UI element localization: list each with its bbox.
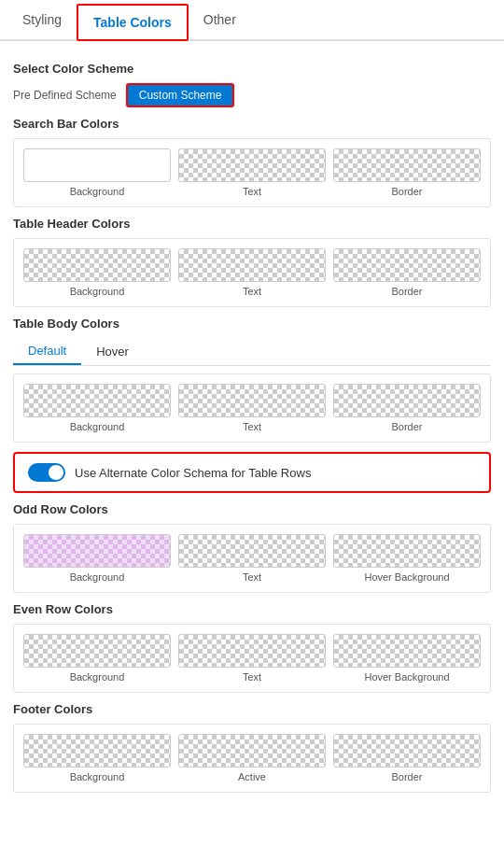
custom-scheme-button[interactable]: Custom Scheme (126, 83, 235, 107)
table-header-background: Background (23, 248, 171, 297)
even-row-color-grid: Background Text Hover Background (23, 634, 481, 683)
odd-row-text-swatch[interactable] (178, 534, 326, 568)
table-header-color-grid: Background Text Border (23, 248, 481, 297)
search-bar-bg-swatch[interactable] (23, 148, 171, 182)
search-bar-bg-label: Background (70, 186, 125, 197)
footer-border-label: Border (391, 771, 422, 782)
table-body-color-grid: Background Text Border (23, 384, 481, 432)
tab-styling[interactable]: Styling (7, 0, 77, 39)
table-body-border-label: Border (391, 421, 422, 432)
even-row-title: Even Row Colors (13, 602, 491, 616)
footer-border: Border (333, 734, 481, 782)
search-bar-background: Background (23, 148, 171, 197)
toggle-label-text: Use Alternate Color Schema for Table Row… (75, 466, 311, 480)
search-bar-text: Text (178, 148, 326, 197)
table-header-border: Border (333, 248, 481, 297)
footer-border-swatch[interactable] (333, 734, 481, 768)
footer-colors: Background Active Border (13, 724, 491, 793)
table-body-title: Table Body Colors (13, 317, 491, 331)
footer-bg-swatch[interactable] (23, 734, 171, 768)
even-row-bg-swatch[interactable] (23, 634, 171, 668)
search-bar-border-label: Border (391, 186, 422, 197)
footer-color-grid: Background Active Border (23, 734, 481, 782)
table-body-text-swatch[interactable] (178, 384, 326, 417)
odd-row-text-label: Text (243, 571, 261, 583)
search-bar-text-label: Text (243, 186, 261, 197)
table-body-text-label: Text (243, 421, 261, 432)
odd-row-hover-swatch[interactable] (333, 534, 481, 568)
tab-other[interactable]: Other (189, 0, 251, 39)
odd-row-color-grid: Background Text Hover Background (23, 534, 481, 583)
table-body-bg-label: Background (70, 421, 125, 432)
color-scheme-title: Select Color Scheme (13, 62, 491, 76)
sub-tab-hover[interactable]: Hover (81, 338, 144, 365)
footer-active: Active (178, 734, 326, 782)
search-bar-color-grid: Background Text Border (23, 148, 481, 197)
odd-row-bg-swatch[interactable] (23, 534, 171, 568)
odd-row-hover-label: Hover Background (364, 571, 449, 583)
odd-row-background: Background (23, 534, 171, 583)
odd-row-title: Odd Row Colors (13, 502, 491, 516)
even-row-text: Text (178, 634, 326, 683)
search-bar-colors: Background Text Border (13, 138, 491, 207)
table-header-border-label: Border (391, 286, 422, 297)
tab-table-colors[interactable]: Table Colors (77, 4, 189, 41)
footer-background: Background (23, 734, 171, 782)
table-body-border: Border (333, 384, 481, 432)
odd-row-bg-label: Background (70, 571, 125, 583)
even-row-hover-label: Hover Background (364, 671, 449, 683)
table-header-text-swatch[interactable] (178, 248, 326, 282)
main-content: Select Color Scheme Pre Defined Scheme C… (0, 41, 504, 813)
footer-active-label: Active (238, 771, 266, 782)
table-body-border-swatch[interactable] (333, 384, 481, 417)
search-bar-border: Border (333, 148, 481, 197)
toggle-slider (28, 463, 65, 482)
search-bar-text-swatch[interactable] (178, 148, 326, 182)
footer-title: Footer Colors (13, 702, 491, 716)
table-header-bg-swatch[interactable] (23, 248, 171, 282)
even-row-background: Background (23, 634, 171, 683)
body-sub-tabs: Default Hover (13, 338, 491, 366)
even-row-colors: Background Text Hover Background (13, 624, 491, 693)
even-row-text-label: Text (243, 671, 261, 683)
table-header-border-swatch[interactable] (333, 248, 481, 282)
odd-row-hover-bg: Hover Background (333, 534, 481, 583)
sub-tab-default[interactable]: Default (13, 338, 81, 365)
even-row-text-swatch[interactable] (178, 634, 326, 668)
even-row-hover-swatch[interactable] (333, 634, 481, 668)
table-body-colors: Background Text Border (13, 373, 491, 443)
even-row-bg-label: Background (70, 671, 125, 683)
table-header-text-label: Text (243, 286, 261, 297)
table-header-colors: Background Text Border (13, 238, 491, 307)
table-header-title: Table Header Colors (13, 217, 491, 231)
odd-row-colors: Background Text Hover Background (13, 524, 491, 593)
search-bar-title: Search Bar Colors (13, 117, 491, 131)
odd-row-text: Text (178, 534, 326, 583)
table-body-text: Text (178, 384, 326, 432)
footer-active-swatch[interactable] (178, 734, 326, 768)
tab-bar: Styling Table Colors Other (0, 0, 504, 41)
alternate-color-toggle[interactable] (28, 463, 65, 482)
even-row-hover-bg: Hover Background (333, 634, 481, 683)
table-header-bg-label: Background (70, 286, 125, 297)
footer-bg-label: Background (70, 771, 125, 782)
color-scheme-row: Pre Defined Scheme Custom Scheme (13, 83, 491, 107)
table-body-bg-swatch[interactable] (23, 384, 171, 417)
alternate-color-toggle-row: Use Alternate Color Schema for Table Row… (13, 452, 491, 493)
table-body-background: Background (23, 384, 171, 432)
search-bar-border-swatch[interactable] (333, 148, 481, 182)
pre-defined-label: Pre Defined Scheme (13, 89, 117, 102)
table-header-text: Text (178, 248, 326, 297)
